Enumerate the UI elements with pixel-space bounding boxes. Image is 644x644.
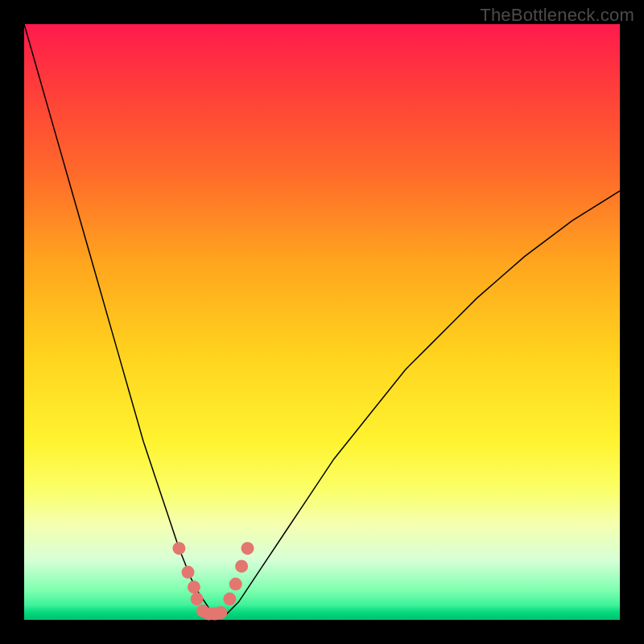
chart-frame: TheBottleneck.com	[0, 0, 644, 644]
marker-dot	[191, 592, 204, 605]
watermark-text: TheBottleneck.com	[480, 5, 634, 26]
marker-dot	[188, 580, 200, 593]
curve-layer	[24, 24, 620, 620]
marker-dot	[229, 578, 242, 591]
marker-dot	[242, 542, 254, 555]
bottleneck-curve	[24, 24, 620, 617]
marker-dot	[235, 559, 248, 572]
marker-dot	[223, 592, 236, 605]
marker-dot	[172, 542, 185, 555]
marker-dot	[182, 566, 195, 579]
valley-markers	[172, 542, 254, 620]
marker-dot	[214, 606, 227, 619]
